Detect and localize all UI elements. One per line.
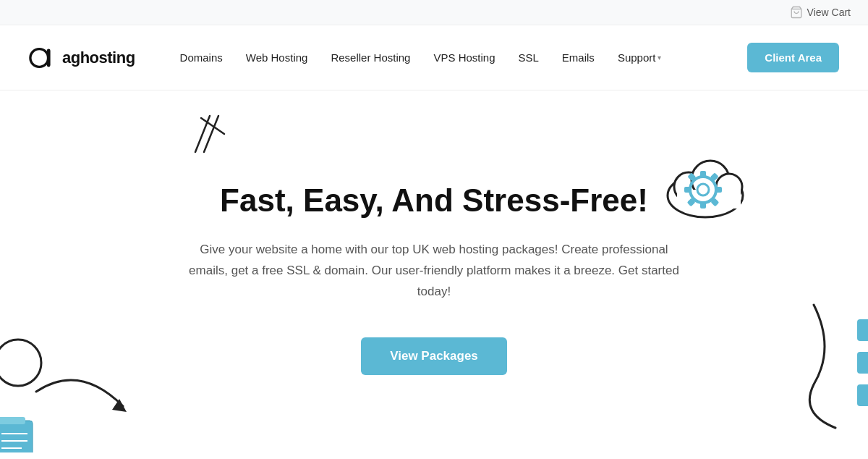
svg-rect-30: [857, 384, 868, 406]
svg-rect-24: [0, 417, 25, 424]
logo-text: aghosting: [62, 49, 135, 67]
deco-right: [792, 290, 868, 438]
deco-bottom-left: [0, 305, 137, 452]
svg-rect-16: [684, 187, 691, 193]
logo-icon: [29, 43, 59, 73]
nav-reseller-hosting[interactable]: Reseller Hosting: [322, 46, 419, 70]
view-packages-button[interactable]: View Packages: [361, 337, 507, 375]
nav-vps-hosting[interactable]: VPS Hosting: [425, 46, 503, 70]
hero-description: Give your website a home with our top UK…: [188, 240, 680, 303]
svg-point-1: [30, 49, 48, 67]
svg-rect-14: [700, 202, 706, 209]
deco-lines: [181, 112, 239, 166]
svg-rect-15: [715, 187, 722, 193]
nav-emails[interactable]: Emails: [553, 46, 603, 70]
svg-line-3: [195, 116, 210, 152]
logo[interactable]: aghosting: [29, 43, 135, 73]
svg-rect-13: [700, 171, 706, 177]
svg-point-21: [0, 340, 41, 386]
nav-ssl[interactable]: SSL: [510, 46, 548, 70]
support-chevron-icon: ▾: [658, 54, 661, 62]
client-area-button[interactable]: Client Area: [747, 43, 839, 72]
hero-title: Fast, Easy, And Stress-Free!: [188, 182, 680, 219]
svg-rect-2: [47, 49, 51, 67]
view-cart-link[interactable]: View Cart: [790, 6, 851, 19]
main-nav: Domains Web Hosting Reseller Hosting VPS…: [171, 46, 748, 70]
hero-section: Fast, Easy, And Stress-Free! Give your w…: [0, 90, 868, 452]
header: aghosting Domains Web Hosting Reseller H…: [0, 25, 868, 90]
deco-lines-svg: [181, 112, 239, 163]
nav-support[interactable]: Support ▾: [609, 46, 671, 70]
cart-icon: [790, 6, 803, 19]
nav-domains[interactable]: Domains: [171, 46, 231, 70]
top-bar: View Cart: [0, 0, 868, 25]
deco-left-svg: [0, 305, 152, 452]
nav-web-hosting[interactable]: Web Hosting: [237, 46, 317, 70]
svg-rect-28: [857, 319, 868, 341]
hero-content: Fast, Easy, And Stress-Free! Give your w…: [188, 182, 680, 374]
deco-right-svg: [792, 290, 868, 435]
svg-rect-29: [857, 352, 868, 374]
view-cart-text: View Cart: [807, 7, 851, 18]
svg-marker-22: [112, 399, 127, 412]
